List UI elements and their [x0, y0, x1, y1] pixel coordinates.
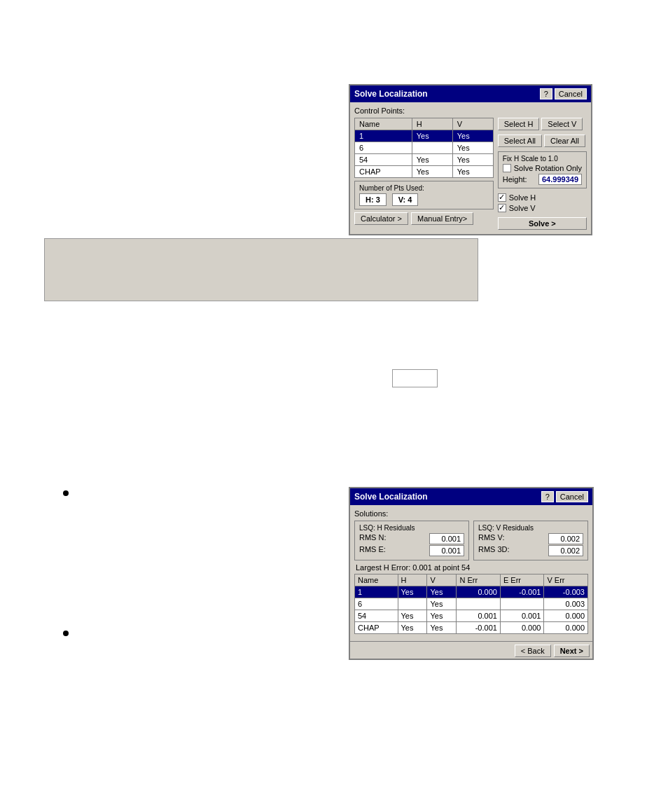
dialog1-bottom-buttons: Calculator > Manual Entry> — [354, 212, 494, 225]
res-n-err-chap: -0.001 — [457, 622, 501, 634]
solve-v-label: Solve V — [509, 204, 536, 212]
res-col-name: Name — [355, 574, 398, 586]
select-v-button[interactable]: Select V — [541, 118, 583, 130]
table-row[interactable]: CHAP Yes Yes — [355, 166, 494, 178]
solutions-layout: LSQ: H Residuals RMS N: 0.001 RMS E: 0.0… — [354, 521, 588, 560]
res-col-h: H — [398, 574, 427, 586]
res-e-err-chap: 0.000 — [500, 622, 544, 634]
control-points-table: Name H V 1 Yes Yes 6 — [354, 118, 494, 178]
table-row[interactable]: 1 Yes Yes 0.000 -0.001 -0.003 — [355, 586, 588, 598]
lsq-v-title: LSQ: V Residuals — [478, 524, 583, 532]
solve-rotation-row: Solve Rotation Only — [503, 164, 582, 172]
rms-n-value: 0.001 — [429, 533, 464, 544]
dialog1-cancel-button[interactable]: Cancel — [555, 88, 587, 99]
dialog2-bottom-buttons: < Back Next > — [350, 641, 592, 659]
cp-v-chap: Yes — [452, 166, 493, 178]
res-name-1: 1 — [355, 586, 398, 598]
dialog2-title: Solve Localization — [354, 492, 539, 502]
cp-v-1: Yes — [452, 130, 493, 142]
rms-3d-value: 0.002 — [548, 545, 583, 556]
height-label: Height: — [503, 175, 527, 184]
table-row[interactable]: 54 Yes Yes 0.001 0.001 0.000 — [355, 610, 588, 622]
res-name-6: 6 — [355, 598, 398, 610]
lsq-h-group: LSQ: H Residuals RMS N: 0.001 RMS E: 0.0… — [354, 521, 469, 560]
res-h-1: Yes — [398, 586, 427, 598]
cp-col-name: Name — [355, 118, 412, 130]
back-button[interactable]: < Back — [515, 645, 551, 657]
rms-3d-row: RMS 3D: 0.002 — [478, 545, 583, 556]
clear-all-button[interactable]: Clear All — [544, 135, 585, 147]
solve-checks-group: Solve H Solve V — [498, 193, 587, 212]
solve-h-row: Solve H — [498, 193, 587, 202]
solve-rotation-label: Solve Rotation Only — [514, 164, 582, 172]
table-row[interactable]: 6 Yes 0.003 — [355, 598, 588, 610]
table-row[interactable]: CHAP Yes Yes -0.001 0.000 0.000 — [355, 622, 588, 634]
largest-error-label: Largest H Error: 0.001 at point 54 — [354, 563, 588, 572]
res-n-err-54: 0.001 — [457, 610, 501, 622]
cp-name-6: 6 — [355, 142, 412, 154]
solve-rotation-checkbox[interactable] — [503, 164, 511, 172]
manual-entry-button[interactable]: Manual Entry> — [411, 212, 473, 225]
next-button[interactable]: Next > — [554, 645, 590, 657]
rms-3d-label: RMS 3D: — [478, 545, 510, 556]
solve-v-row: Solve V — [498, 204, 587, 212]
calculator-button[interactable]: Calculator > — [354, 212, 408, 225]
dialog2-help-button[interactable]: ? — [541, 491, 554, 502]
solve-button[interactable]: Solve > — [498, 217, 587, 230]
dialog1-titlebar: Solve Localization ? Cancel — [350, 85, 591, 102]
res-e-err-1: -0.001 — [500, 586, 544, 598]
cp-h-54: Yes — [412, 154, 452, 166]
table-row[interactable]: 6 Yes — [355, 142, 494, 154]
cp-name-1: 1 — [355, 130, 412, 142]
height-row: Height: 64.999349 — [503, 174, 582, 185]
res-e-err-6 — [500, 598, 544, 610]
rms-v-value: 0.002 — [548, 533, 583, 544]
res-v-err-54: 0.000 — [544, 610, 588, 622]
res-name-54: 54 — [355, 610, 398, 622]
res-v-1: Yes — [427, 586, 457, 598]
rms-e-label: RMS E: — [359, 545, 386, 556]
res-col-e-err: E Err — [500, 574, 544, 586]
rms-e-value: 0.001 — [429, 545, 464, 556]
pts-used-group: Number of Pts Used: H: 3 V: 4 — [354, 181, 494, 209]
select-h-button[interactable]: Select H — [498, 118, 540, 130]
dialog1-layout: Name H V 1 Yes Yes 6 — [354, 118, 587, 230]
rms-n-label: RMS N: — [359, 533, 387, 544]
res-col-v-err: V Err — [544, 574, 588, 586]
fix-h-scale-group: Fix H Scale to 1.0 Solve Rotation Only H… — [498, 151, 587, 188]
res-name-chap: CHAP — [355, 622, 398, 634]
dialog1-body: Control Points: Name H V 1 — [350, 102, 591, 234]
solve-h-checkbox[interactable] — [498, 193, 506, 202]
gray-bar-area — [44, 238, 478, 301]
pts-h-value: H: 3 — [359, 193, 387, 206]
dialog1-right: Select H Select V Select All Clear All F… — [498, 118, 587, 230]
lsq-v-group: LSQ: V Residuals RMS V: 0.002 RMS 3D: 0.… — [473, 521, 588, 560]
dialog2-titlebar: Solve Localization ? Cancel — [350, 488, 592, 505]
select-h-v-row: Select H Select V — [498, 118, 587, 130]
select-all-button[interactable]: Select All — [498, 135, 542, 147]
res-n-err-1: 0.000 — [457, 586, 501, 598]
cp-name-54: 54 — [355, 154, 412, 166]
res-v-6: Yes — [427, 598, 457, 610]
dialog2-cancel-button[interactable]: Cancel — [556, 491, 588, 502]
res-h-54: Yes — [398, 610, 427, 622]
cp-h-1: Yes — [412, 130, 452, 142]
select-clear-row: Select All Clear All — [498, 135, 587, 147]
res-v-54: Yes — [427, 610, 457, 622]
dialog1-title: Solve Localization — [354, 89, 538, 99]
cp-col-v: V — [452, 118, 493, 130]
fix-h-title: Fix H Scale to 1.0 — [503, 155, 582, 163]
res-h-6 — [398, 598, 427, 610]
res-e-err-54: 0.001 — [500, 610, 544, 622]
res-h-chap: Yes — [398, 622, 427, 634]
pts-row: H: 3 V: 4 — [359, 193, 489, 206]
bullet-point-1 — [63, 490, 69, 496]
dialog1-help-button[interactable]: ? — [540, 88, 552, 99]
table-row[interactable]: 54 Yes Yes — [355, 154, 494, 166]
res-n-err-6 — [457, 598, 501, 610]
dialog2-body: Solutions: LSQ: H Residuals RMS N: 0.001… — [350, 505, 592, 641]
rms-v-row: RMS V: 0.002 — [478, 533, 583, 544]
table-row[interactable]: 1 Yes Yes — [355, 130, 494, 142]
res-col-v: V — [427, 574, 457, 586]
solve-v-checkbox[interactable] — [498, 204, 506, 212]
